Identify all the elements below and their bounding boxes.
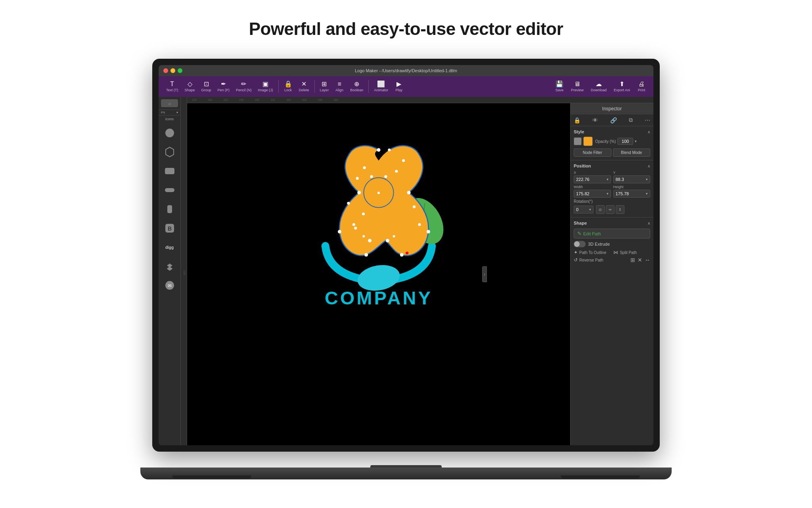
toolbar-download-btn[interactable]: ☁ Download <box>588 79 609 94</box>
toolbar-export-btn[interactable]: ⬆ Export Ani <box>611 79 633 94</box>
lock-tool-label: Lock <box>284 88 292 92</box>
extrude-label: 3D Extrude <box>588 242 610 246</box>
group-tool-label: Group <box>201 88 211 92</box>
arrow-down-icon: ▾ <box>176 111 178 114</box>
svg-point-32 <box>384 175 387 178</box>
svg-point-24 <box>364 253 368 257</box>
opacity-value[interactable]: 100 <box>617 138 633 145</box>
rotation-input[interactable]: 0 ▾ <box>574 206 594 214</box>
svg-point-36 <box>413 205 416 208</box>
sidebar-item-dropbox[interactable] <box>161 258 178 275</box>
laptop-wrapper: Logo Maker - /Users/drawtify/Desktop/Unt… <box>140 59 672 479</box>
panel-collapse-handle[interactable]: › <box>482 266 487 282</box>
lock-icon: 🔒 <box>284 81 292 87</box>
more-inspector-icon[interactable]: ⋯ <box>645 117 650 123</box>
opacity-dropdown-icon[interactable]: ▾ <box>635 139 637 143</box>
dial-icon: ◎ <box>599 208 602 212</box>
split-path-btn[interactable]: ⋈ Split Path <box>613 250 637 255</box>
search-box[interactable]: ⌕ <box>161 99 178 107</box>
style-color-row: Opacity (%) 100 ▾ <box>574 137 650 146</box>
sidebar-item-hexagon[interactable] <box>161 143 178 161</box>
toolbar-pencil-tool[interactable]: ✏ Pencil (N) <box>233 79 255 94</box>
sidebar-item-pill[interactable] <box>161 181 178 199</box>
shape-section-header: Shape ∧ <box>574 221 650 225</box>
color-swatch[interactable] <box>583 137 593 146</box>
pencil-icon: ✏ <box>241 81 246 87</box>
position-collapse-icon[interactable]: ∧ <box>647 164 650 168</box>
minimize-button[interactable] <box>170 68 175 73</box>
toolbar-layer-tool[interactable]: ⊞ Layer <box>317 79 332 94</box>
position-section: Position ∧ X 222.76 ▾ <box>571 160 653 217</box>
extrude-row: 3D Extrude <box>574 241 650 247</box>
flip-v-icon[interactable]: ⇕ <box>616 205 624 214</box>
download-icon: ☁ <box>596 81 602 87</box>
style-collapse-icon[interactable]: ∧ <box>647 130 650 134</box>
toolbar-print-btn[interactable]: 🖨 Print <box>634 79 649 94</box>
svg-marker-10 <box>167 267 172 271</box>
node-delete-icon[interactable]: ✕ <box>638 257 642 263</box>
traffic-lights <box>163 68 182 73</box>
y-label: Y <box>613 171 651 175</box>
toolbar-align-tool[interactable]: ≡ Align <box>332 79 347 94</box>
height-input[interactable]: 175.78 ▾ <box>613 190 651 198</box>
toolbar-image-tool[interactable]: ▣ Image (J) <box>255 79 276 94</box>
path-to-outline-btn[interactable]: ✦ Path To Outline <box>574 250 606 255</box>
svg-point-26 <box>386 239 389 242</box>
x-input[interactable]: 222.76 ▾ <box>574 175 611 183</box>
shape-collapse-icon[interactable]: ∧ <box>647 221 650 225</box>
toolbar-divider-3 <box>368 80 369 93</box>
copy-inspector-icon[interactable]: ⧉ <box>629 117 633 123</box>
rotation-dial-icon[interactable]: ◎ <box>596 205 605 214</box>
toolbar-shape-tool[interactable]: ◇ Shape <box>182 79 198 94</box>
sidebar-item-drop[interactable] <box>161 200 178 218</box>
screen-inner: Logo Maker - /Users/drawtify/Desktop/Unt… <box>159 65 653 445</box>
toolbar-right: 💾 Save 🖥 Preview ☁ Download ⬆ Export Ani <box>552 79 649 94</box>
sidebar-item-digg[interactable]: digg <box>161 239 178 256</box>
width-input[interactable]: 175.82 ▾ <box>574 190 611 198</box>
group-icon: ⊡ <box>204 81 209 87</box>
blend-mode-btn[interactable]: Blend Mode <box>613 148 651 157</box>
toolbar-camera-tool[interactable]: ⬜ Animator <box>371 79 391 94</box>
reverse-path-btn[interactable]: ↺ Reverse Path <box>574 257 603 263</box>
canvas-area[interactable]: COMPANY › <box>187 103 570 445</box>
sidebar-item-circle[interactable] <box>161 124 178 142</box>
sidebar-item-rounded-rect[interactable] <box>161 162 178 180</box>
toolbar-lock-tool[interactable]: 🔒 Lock <box>281 79 295 94</box>
path-to-outline-icon: ✦ <box>574 250 578 255</box>
save-label: Save <box>555 88 564 92</box>
circle-icon <box>164 127 175 139</box>
edit-path-button[interactable]: ✎ Edit Path <box>574 229 650 239</box>
link-inspector-icon[interactable]: 🔗 <box>610 117 617 123</box>
horizontal-ruler: 120 160 200 240 280 320 360 400 440 480 <box>187 97 653 103</box>
style-preset-btn[interactable] <box>574 137 582 145</box>
toolbar-play-tool[interactable]: ▶ Play <box>392 79 406 94</box>
sidebar-icons-list: B digg <box>159 122 180 296</box>
flip-horizontal-icon: ⇔ <box>609 208 612 212</box>
edit-path-icon: ✎ <box>577 231 582 237</box>
width-field: Width 175.82 ▾ <box>574 185 611 198</box>
node-edit-icon[interactable]: ⊞ <box>630 257 635 263</box>
toolbar-delete-tool[interactable]: ✕ Delete <box>296 79 312 94</box>
toolbar-text-tool[interactable]: T Text (T) <box>163 79 181 94</box>
export-icon: ⬆ <box>619 81 624 87</box>
sidebar-item-messenger[interactable]: ✉ <box>161 277 178 294</box>
toolbar-boolean-tool[interactable]: ⊕ Boolean <box>347 79 366 94</box>
style-section-header: Style ∧ <box>574 129 650 134</box>
node-more-icon[interactable]: ↔ <box>645 257 650 263</box>
toolbar-preview-btn[interactable]: 🖥 Preview <box>568 79 586 94</box>
y-input[interactable]: 88.3 ▾ <box>613 175 651 183</box>
lock-inspector-icon[interactable]: 🔒 <box>574 117 580 123</box>
toolbar-group-tool[interactable]: ⊡ Group <box>199 79 214 94</box>
width-label: Width <box>574 185 611 189</box>
flip-h-icon[interactable]: ⇔ <box>606 205 615 214</box>
svg-point-22 <box>338 230 341 233</box>
download-label: Download <box>591 88 607 92</box>
toolbar-pen-tool[interactable]: ✒ Pen (P) <box>215 79 233 94</box>
close-button[interactable] <box>163 68 168 73</box>
extrude-toggle[interactable] <box>574 241 586 247</box>
sidebar-item-blogger[interactable]: B <box>161 219 178 237</box>
maximize-button[interactable] <box>178 68 182 73</box>
eye-inspector-icon[interactable]: 👁 <box>592 117 598 123</box>
node-filter-btn[interactable]: Node Filter <box>574 148 611 157</box>
toolbar-save-btn[interactable]: 💾 Save <box>552 79 567 94</box>
